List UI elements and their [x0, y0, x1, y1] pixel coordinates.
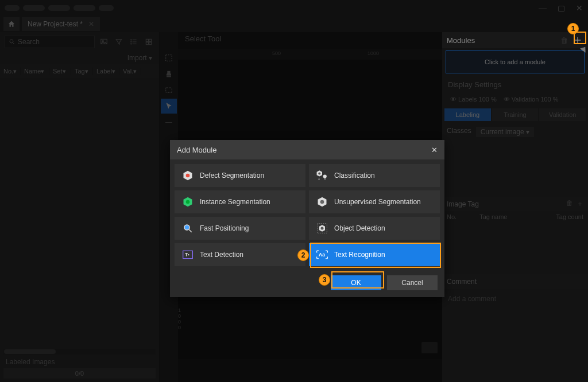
- option-classification[interactable]: AB Classification: [309, 164, 440, 187]
- svg-point-34: [321, 227, 324, 230]
- svg-text:B: B: [324, 178, 326, 181]
- ok-button[interactable]: OK: [331, 275, 381, 290]
- callout-1: 1: [567, 23, 579, 34]
- svg-point-22: [318, 173, 320, 175]
- option-object-detection[interactable]: Object Detection: [309, 217, 440, 240]
- callout-2: 2: [297, 250, 309, 261]
- nut-gray-icon: [316, 196, 328, 208]
- svg-point-27: [186, 200, 190, 204]
- svg-point-30: [184, 225, 189, 230]
- cancel-button[interactable]: Cancel: [387, 275, 438, 290]
- svg-text:Aa: Aa: [319, 252, 325, 258]
- option-text-recognition[interactable]: Aa Text Recognition: [309, 243, 440, 266]
- magnifier-icon: [181, 222, 194, 235]
- add-module-dialog: Add Module ✕ Defect Segmentation AB Clas…: [170, 140, 444, 297]
- svg-point-20: [186, 174, 190, 178]
- classification-icon: AB: [316, 169, 328, 182]
- dialog-title: Add Module: [177, 146, 216, 154]
- hexagon-green-icon: [181, 196, 194, 208]
- svg-text:T▪: T▪: [185, 252, 189, 258]
- option-defect-segmentation[interactable]: Defect Segmentation: [175, 164, 305, 187]
- option-unsupervised-segmentation[interactable]: Unsupervised Segmentation: [309, 190, 440, 213]
- nut-icon: [181, 169, 194, 182]
- svg-text:A: A: [318, 178, 320, 181]
- svg-point-29: [320, 200, 324, 204]
- option-text-detection[interactable]: T▪ Text Detection: [175, 243, 305, 266]
- nut-boxed-icon: [316, 222, 328, 235]
- option-fast-positioning[interactable]: Fast Positioning: [175, 217, 305, 240]
- text-recognition-icon: Aa: [316, 248, 328, 261]
- callout-3: 3: [319, 274, 330, 286]
- dialog-close-icon[interactable]: ✕: [431, 146, 438, 154]
- svg-line-31: [189, 229, 192, 232]
- option-instance-segmentation[interactable]: Instance Segmentation: [175, 190, 305, 213]
- text-detect-icon: T▪: [181, 248, 194, 261]
